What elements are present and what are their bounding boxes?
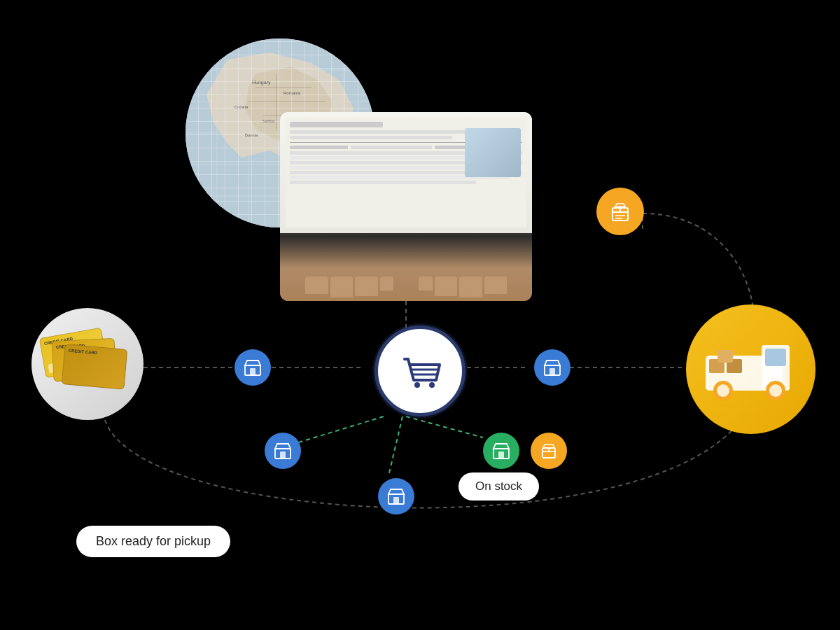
svg-rect-57 [498,451,504,458]
box-receipt-node [596,188,644,235]
store-node-right [534,349,570,386]
pickup-tooltip-text: Box ready for pickup [96,534,211,548]
store-icon-green [491,440,512,461]
svg-rect-33 [765,349,786,366]
svg-point-64 [429,382,435,388]
credit-cards-image: CREDIT CARD CREDIT CARD CREDIT CARD [31,308,144,420]
laptop-image [280,112,532,301]
svg-line-7 [388,416,402,476]
svg-text:Hungary: Hungary [252,80,271,85]
svg-rect-55 [393,497,399,504]
svg-rect-40 [718,350,733,363]
store-icon-left [242,357,263,378]
store-node-left [234,349,271,386]
main-scene: Hungary Romania Croatia Serbia Bosnia Ko… [0,0,840,630]
delivery-van-image [686,304,816,434]
box-node-orange [531,433,567,469]
pickup-tooltip: Box ready for pickup [76,526,230,557]
stock-tooltip-text: On stock [475,479,522,493]
cards-stack: CREDIT CARD CREDIT CARD CREDIT CARD [42,332,133,396]
store-node-green [483,433,519,469]
store-icon-right [542,357,563,378]
svg-rect-47 [250,368,255,375]
van-svg [699,335,804,405]
store-icon-bc [386,486,407,507]
cart-svg-icon [394,345,447,398]
store-icon-bl [272,440,293,461]
box-receipt-icon [607,198,634,225]
store-node-bottom-center [378,478,414,514]
svg-text:Bosnia: Bosnia [245,133,258,137]
svg-point-63 [414,382,420,388]
laptop-keyboard [280,235,532,302]
svg-line-6 [406,416,483,438]
store-node-bottom-left [265,433,301,469]
stock-tooltip: On stock [458,472,539,500]
svg-text:Serbia: Serbia [262,119,275,123]
svg-point-37 [769,384,782,397]
box-icon-orange [539,441,559,461]
svg-point-35 [717,384,729,397]
laptop-screen [280,112,532,235]
credit-card-3: CREDIT CARD [62,344,128,390]
svg-text:Croatia: Croatia [234,105,248,109]
svg-rect-50 [550,368,555,375]
shopping-cart-node [374,326,465,416]
svg-text:Romania: Romania [284,91,301,95]
svg-rect-53 [280,451,286,458]
